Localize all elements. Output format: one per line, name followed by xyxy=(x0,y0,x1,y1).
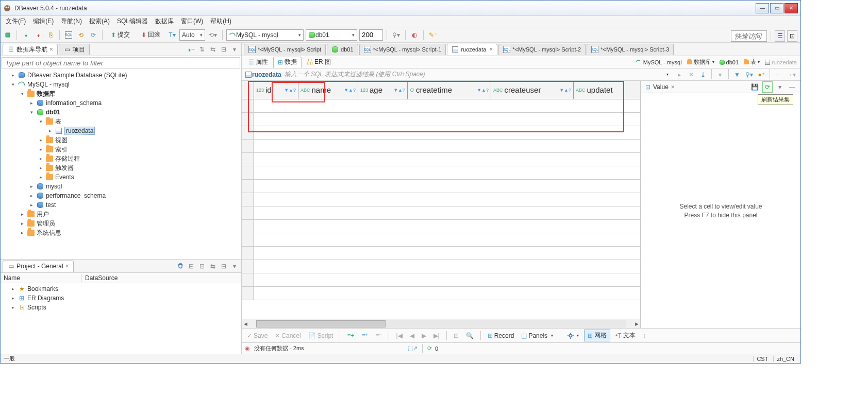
ht-custom-icon[interactable]: ▼ xyxy=(732,69,742,80)
vp-menu-icon[interactable]: ▾ xyxy=(775,81,785,93)
gear-icon[interactable] xyxy=(176,262,185,271)
dup-row-icon[interactable]: ≡⁺ xyxy=(359,331,370,340)
stop-icon[interactable]: ◐ xyxy=(409,29,420,41)
tree-events[interactable]: ▸Events xyxy=(1,172,241,182)
tree-filter-input[interactable] xyxy=(2,57,240,68)
clear-icon[interactable]: ✎⁻ xyxy=(427,29,439,41)
limit-input[interactable] xyxy=(359,29,383,41)
first-icon[interactable]: |◀ xyxy=(394,331,404,340)
tree-databases[interactable]: ▾数据库 xyxy=(1,89,241,98)
tree-procedures[interactable]: ▸存储过程 xyxy=(1,154,241,163)
ht-back-icon[interactable]: ▾ xyxy=(662,69,673,80)
quick-access-input[interactable] xyxy=(731,30,767,42)
link-icon[interactable]: ⇆ xyxy=(208,45,218,54)
etab-ruozedata[interactable]: ruozedata× xyxy=(447,44,497,55)
sort-icon[interactable]: ▼▲? xyxy=(284,88,296,93)
close-button[interactable]: ✕ xyxy=(784,3,798,13)
script-button[interactable]: 📄Script xyxy=(306,331,336,340)
commit-mode-combo[interactable]: Auto xyxy=(179,29,205,41)
sort-icon[interactable]: ▼▲? xyxy=(477,88,489,93)
commit-button[interactable]: ⬆提交 xyxy=(106,29,135,41)
nav-tab-project[interactable]: ▭项目 xyxy=(59,44,90,55)
sort-icon[interactable]: ▼▲? xyxy=(344,88,356,93)
tree-sysinfo[interactable]: ▸系统信息 xyxy=(1,228,241,237)
export-icon[interactable]: ⬚↗ xyxy=(408,345,418,352)
grid-view-button[interactable]: ⊞网格 xyxy=(584,330,610,341)
tree-mysql-db[interactable]: ▸mysql xyxy=(1,182,241,191)
col-createtime[interactable]: ⏱createtime▼▲? xyxy=(408,81,491,99)
stab-er[interactable]: 品ER 图 xyxy=(302,57,336,68)
grid-rows[interactable] xyxy=(242,99,640,319)
stab-props[interactable]: ☰属性 xyxy=(244,57,273,68)
ht-apply-icon[interactable]: ▸ xyxy=(674,69,685,80)
collapse-icon[interactable]: ⊟ xyxy=(219,45,228,54)
close-icon[interactable]: × xyxy=(489,46,493,53)
menu-navigate[interactable]: 导航(N) xyxy=(58,16,85,27)
ht-clear-icon[interactable]: ✕ xyxy=(686,69,696,80)
bc-tbl[interactable]: ruozedata xyxy=(763,59,798,65)
tree-users[interactable]: ▸用户 xyxy=(1,210,241,219)
bc-db[interactable]: db01 xyxy=(718,59,740,65)
minimize-button[interactable]: — xyxy=(756,3,769,13)
proj-icon1[interactable]: ⊟ xyxy=(187,262,196,271)
perspective2-icon[interactable]: ⊡ xyxy=(787,30,797,42)
etab-script[interactable]: SQL*<MySQL - mysql> Script xyxy=(244,44,326,55)
tree-sample-db[interactable]: ▸DBeaver Sample Database (SQLite) xyxy=(1,71,241,80)
proj-icon2[interactable]: ⊡ xyxy=(197,262,207,271)
tree-perf-schema[interactable]: ▸performance_schema xyxy=(1,191,241,200)
record-button[interactable]: ⊞Record xyxy=(486,331,516,340)
recent-sql-icon[interactable]: ⬧ xyxy=(33,29,43,41)
tool1-icon[interactable]: SQL xyxy=(63,29,74,41)
ht-history-icon[interactable]: ▾ xyxy=(715,69,725,80)
etab-script1[interactable]: SQL*<MySQL - mysql> Script-1 xyxy=(359,44,446,55)
etab-script2[interactable]: SQL*<MySQL - mysql> Script-2 xyxy=(498,44,586,55)
tree-indexes[interactable]: ▸索引 xyxy=(1,145,241,154)
proj-er[interactable]: ▸⊞ER Diagrams xyxy=(1,294,241,303)
close-icon[interactable]: × xyxy=(65,263,69,270)
panels-button[interactable]: ◫Panels▾ xyxy=(519,331,555,340)
project-tree[interactable]: ▸★Bookmarks ▸⊞ER Diagrams ▸⎘Scripts xyxy=(1,283,241,354)
database-combo[interactable]: db01 xyxy=(306,29,357,41)
tree-info-schema[interactable]: ▸information_schema xyxy=(1,98,241,108)
col-id[interactable]: 123id▼▲? xyxy=(254,81,298,99)
close-icon[interactable]: × xyxy=(49,46,53,53)
next-icon[interactable]: ▶ xyxy=(420,331,428,340)
sort-icon[interactable]: ▼▲? xyxy=(559,88,571,93)
new-sql-icon[interactable]: ⬧ xyxy=(21,29,31,41)
add-row-icon[interactable]: ≡+ xyxy=(345,331,356,340)
text-view-button[interactable]: •T文本 xyxy=(613,330,638,341)
proj-scripts[interactable]: ▸⎘Scripts xyxy=(1,303,241,312)
zoom-icon[interactable]: 🔍 xyxy=(464,331,476,340)
ht-save-icon[interactable]: ⤓ xyxy=(698,69,708,80)
proj-collapse-icon[interactable]: ⊟ xyxy=(219,262,228,271)
menu-database[interactable]: 数据库 xyxy=(152,16,177,27)
perspective-icon[interactable]: ☰ xyxy=(775,30,785,42)
del-row-icon[interactable]: ≡⁻ xyxy=(373,331,384,340)
show-sel-icon[interactable]: ⊡ xyxy=(452,331,461,340)
close-icon[interactable]: × xyxy=(671,83,675,91)
horizontal-scrollbar[interactable]: ◀▶ xyxy=(242,319,640,328)
col-datasource[interactable]: DataSource xyxy=(82,274,241,282)
menu-search[interactable]: 搜索(A) xyxy=(86,16,113,27)
menu-help[interactable]: 帮助(H) xyxy=(207,16,235,27)
rownum-header[interactable] xyxy=(242,81,254,99)
menu-icon[interactable]: ▾ xyxy=(230,45,239,54)
col-name[interactable]: Name xyxy=(1,274,82,282)
menu-sqleditor[interactable]: SQL编辑器 xyxy=(114,16,151,27)
stab-data[interactable]: ⊞数据 xyxy=(273,57,302,68)
sql-editor-icon[interactable]: ⎘ xyxy=(45,29,56,41)
project-tab[interactable]: ▭Project - General× xyxy=(3,261,74,272)
etab-script3[interactable]: SQL*<MySQL - mysql> Script-3 xyxy=(587,44,674,55)
ht-prev-icon[interactable]: ← xyxy=(773,69,783,80)
database-tree[interactable]: ▸DBeaver Sample Database (SQLite) ▾MySQL… xyxy=(1,70,241,259)
tree-views[interactable]: ▸视图 xyxy=(1,135,241,145)
bc-conn[interactable]: MySQL - mysql xyxy=(634,59,683,65)
proj-menu-icon[interactable]: ▾ xyxy=(230,262,239,271)
tree-triggers[interactable]: ▸触发器 xyxy=(1,163,241,172)
vp-save-icon[interactable]: 💾 xyxy=(749,81,760,93)
cancel-button[interactable]: ✕Cancel xyxy=(273,331,303,340)
bc-tbl-label[interactable]: 表▾ xyxy=(742,58,761,66)
col-age[interactable]: 123age▼▲? xyxy=(358,81,408,99)
tree-tables[interactable]: ▾表 xyxy=(1,117,241,126)
ht-sort-icon[interactable]: ⚲▾ xyxy=(744,69,755,80)
